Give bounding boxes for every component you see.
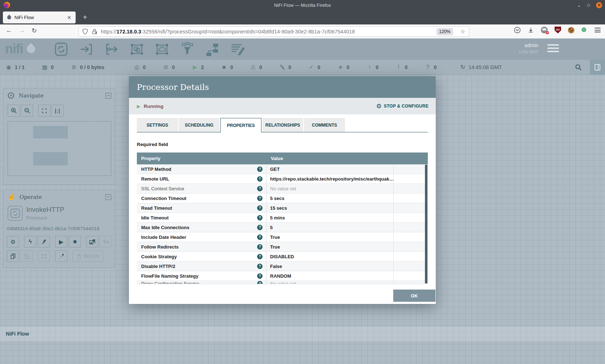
group-components-button <box>100 236 112 247</box>
help-icon[interactable]: ? <box>257 186 263 191</box>
dialog-tab[interactable]: COMMENTS <box>304 118 345 132</box>
property-value[interactable]: No value set <box>270 281 296 284</box>
enable-button[interactable]: ϟ <box>24 236 36 247</box>
downloads-icon[interactable] <box>528 27 534 33</box>
table-scrollbar[interactable] <box>425 165 427 283</box>
add-funnel-icon[interactable] <box>179 41 195 58</box>
add-template-icon[interactable] <box>205 41 220 58</box>
help-icon[interactable]: ? <box>257 196 263 201</box>
refresh-icon[interactable]: ↻ <box>461 64 465 70</box>
start-button[interactable]: ▶ <box>55 236 67 247</box>
refresh-status[interactable]: ↻ 14:45:08 GMT <box>461 64 502 70</box>
global-menu-icon[interactable] <box>547 44 559 52</box>
property-value[interactable]: GET <box>270 167 280 172</box>
logout-link[interactable]: LOG OUT <box>519 50 538 54</box>
property-value[interactable]: 15 secs <box>270 205 287 211</box>
property-name: Connection Timeout <box>141 196 186 201</box>
stop-button[interactable]: ■ <box>69 236 81 247</box>
cluster-icon: ◉ <box>5 64 12 70</box>
property-value[interactable]: No value set <box>270 186 296 191</box>
disabled-icon: ϟ <box>279 64 286 70</box>
add-input-port-icon[interactable] <box>79 41 94 58</box>
help-icon[interactable]: ? <box>257 254 263 259</box>
disable-button[interactable] <box>38 236 50 247</box>
new-tab-button[interactable]: + <box>80 13 90 22</box>
extension-icon[interactable]: ✕ <box>541 27 548 33</box>
help-icon[interactable]: ? <box>257 264 263 269</box>
zoom-actual-size-button[interactable]: |:| <box>51 105 64 117</box>
help-icon[interactable]: ? <box>257 215 263 220</box>
search-icon[interactable] <box>575 64 582 71</box>
dialog-tab[interactable]: SCHEDULING <box>179 118 220 132</box>
property-value[interactable]: 5 secs <box>270 196 284 201</box>
pocket-icon[interactable] <box>514 27 521 33</box>
birdseye-minimap[interactable] <box>8 121 111 176</box>
zoom-in-button[interactable] <box>8 105 20 117</box>
window-maximize-icon[interactable]: ◇ <box>587 3 590 8</box>
dialog-header: Processor Details <box>129 76 436 98</box>
window-close-icon[interactable]: ✕ <box>596 2 602 8</box>
dialog-tab[interactable]: RELATIONSHIPS <box>262 118 303 132</box>
dialog-tab[interactable]: PROPERTIES <box>220 118 261 132</box>
window-minimize-icon[interactable]: ⌄ <box>577 3 581 7</box>
ublock-origin-icon[interactable]: UO <box>555 27 561 33</box>
running-status-text: Running <box>144 104 163 109</box>
compass-icon <box>8 92 14 99</box>
cluster-status: ◉ 1 / 1 <box>5 64 24 70</box>
operate-collapse-button[interactable]: – <box>106 194 111 200</box>
add-label-icon[interactable] <box>230 41 246 58</box>
browser-tab[interactable]: NiFi Flow ✕ <box>3 12 76 23</box>
property-value[interactable]: https://repo.stackable.tech/repository/m… <box>270 176 393 182</box>
add-processor-icon[interactable] <box>53 41 69 58</box>
add-process-group-icon[interactable] <box>129 41 145 58</box>
zoom-fit-button[interactable] <box>38 105 50 117</box>
dialog-tab[interactable]: SETTINGS <box>137 118 178 132</box>
browser-menu-icon[interactable] <box>595 28 601 32</box>
save-template-button[interactable] <box>86 236 98 247</box>
help-icon[interactable]: ? <box>257 176 263 182</box>
property-value[interactable]: 5 mins <box>270 215 285 220</box>
property-row: Connection Timeout ? 5 secs <box>137 194 428 203</box>
canvas-panel-toggle-icon[interactable] <box>590 60 605 75</box>
status-count: 0 <box>51 64 54 70</box>
nifi-favicon-icon <box>6 15 12 21</box>
add-output-port-icon[interactable] <box>104 41 120 58</box>
help-icon[interactable]: ? <box>257 167 263 172</box>
breadcrumb[interactable]: NiFi Flow <box>6 331 29 337</box>
url-bar[interactable]: https://172.18.0.3:32558/nifi/?processGr… <box>79 26 469 37</box>
back-button[interactable]: ← <box>4 27 14 34</box>
queued-data: ≣ 0 / 0 bytes <box>70 64 104 70</box>
property-value[interactable]: True <box>270 235 280 240</box>
help-icon[interactable]: ? <box>257 205 263 211</box>
property-value[interactable]: 5 <box>270 225 273 230</box>
colorful-asterisk-extension-icon[interactable]: ✲✲ <box>581 27 588 33</box>
help-icon[interactable]: ? <box>257 281 263 284</box>
property-value[interactable]: RANDOM <box>270 273 291 279</box>
page-zoom-badge[interactable]: 120% <box>436 28 453 35</box>
help-icon[interactable]: ? <box>257 225 263 230</box>
status-count: 0 <box>376 64 378 70</box>
zoom-out-button[interactable] <box>21 105 33 117</box>
help-icon[interactable]: ? <box>257 244 263 250</box>
change-color-button[interactable] <box>55 250 67 262</box>
stop-and-configure-button[interactable]: ⚙ STOP & CONFIGURE <box>376 103 429 110</box>
add-remote-process-group-icon[interactable] <box>154 41 170 58</box>
help-icon[interactable]: ? <box>257 235 263 240</box>
copy-button[interactable] <box>7 250 19 262</box>
cookie-extension-icon[interactable] <box>568 27 574 33</box>
ok-button[interactable]: OK <box>393 290 435 302</box>
configure-button[interactable]: ⚙ <box>7 236 19 247</box>
property-value[interactable]: DISABLED <box>270 254 294 259</box>
help-icon[interactable]: ? <box>257 273 263 279</box>
property-value[interactable]: True <box>270 244 280 250</box>
status-count: 0 <box>143 64 146 70</box>
tab-close-icon[interactable]: ✕ <box>66 15 73 21</box>
reload-button[interactable]: ↻ <box>30 27 39 35</box>
status-count: 0 <box>405 64 408 70</box>
lock-warning-icon[interactable] <box>92 28 97 35</box>
bookmark-star-icon[interactable]: ☆ <box>461 28 465 35</box>
property-name: Idle Timeout <box>141 215 169 220</box>
navigate-collapse-button[interactable]: – <box>106 93 111 99</box>
property-value[interactable]: False <box>270 264 282 269</box>
tracking-shield-icon[interactable] <box>82 28 88 35</box>
